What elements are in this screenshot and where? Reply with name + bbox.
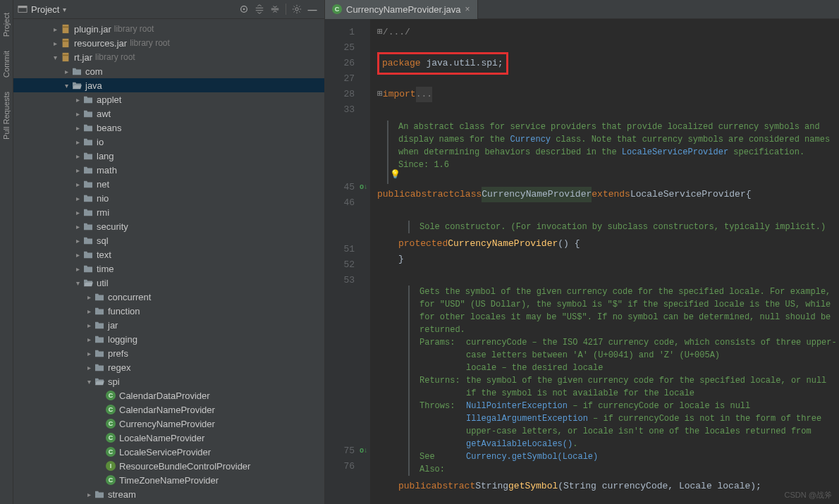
project-tree[interactable]: ▸plugin.jarlibrary root▸resources.jarlib… bbox=[13, 19, 324, 504]
tree-arrow-icon[interactable]: ▸ bbox=[61, 68, 71, 75]
rail-project[interactable]: Project bbox=[2, 13, 11, 37]
tree-arrow-icon[interactable]: ▾ bbox=[61, 82, 71, 90]
tree-label: stream bbox=[108, 489, 136, 500]
doc-link-iae[interactable]: IllegalArgumentException bbox=[466, 414, 588, 424]
tree-suffix: library root bbox=[95, 52, 135, 62]
line-number bbox=[325, 428, 355, 443]
tree-arrow-icon[interactable]: ▸ bbox=[84, 491, 94, 498]
doc-link-getsymbol[interactable]: Currency.getSymbol(Locale) bbox=[466, 450, 598, 476]
tree-label: TimeZoneNameProvider bbox=[119, 475, 219, 486]
tree-label: rt.jar bbox=[74, 52, 92, 63]
tree-item-resources-jar[interactable]: ▸resources.jarlibrary root bbox=[13, 36, 324, 50]
tree-item-jar[interactable]: ▸jar bbox=[13, 318, 324, 332]
tree-arrow-icon[interactable]: ▸ bbox=[73, 166, 82, 174]
tree-arrow-icon[interactable]: ▸ bbox=[84, 336, 94, 343]
tree-label: util bbox=[97, 278, 109, 288]
tree-arrow-icon[interactable]: ▸ bbox=[73, 96, 82, 104]
tree-item-beans[interactable]: ▸beans bbox=[13, 121, 324, 135]
line-number: 76 bbox=[325, 459, 355, 474]
tree-item-com[interactable]: ▸com bbox=[13, 64, 324, 78]
tree-item-calendarnameprovider[interactable]: CCalendarNameProvider bbox=[13, 402, 324, 417]
tree-item-applet[interactable]: ▸applet bbox=[13, 92, 324, 106]
line-number bbox=[325, 304, 355, 319]
panel-title[interactable]: Project ▾ bbox=[18, 4, 66, 15]
tree-item-net[interactable]: ▸net bbox=[13, 177, 324, 191]
tree-item-java[interactable]: ▾java bbox=[13, 78, 324, 92]
rail-pr[interactable]: Pull Requests bbox=[2, 92, 11, 140]
doc-link-currency[interactable]: Currency bbox=[510, 135, 551, 145]
tree-item-lang[interactable]: ▸lang bbox=[13, 149, 324, 163]
panel-dropdown-icon[interactable]: ▾ bbox=[63, 6, 66, 13]
tree-item-stream[interactable]: ▸stream bbox=[13, 487, 324, 501]
doc-link-localeserviceprovider[interactable]: LocaleServiceProvider bbox=[622, 147, 728, 157]
tree-arrow-icon[interactable]: ▸ bbox=[84, 321, 94, 329]
tree-item-resourcebundlecontrolprovider[interactable]: IResourceBundleControlProvider bbox=[13, 459, 324, 473]
code-content[interactable]: ⊞/.../ package java.util.spi; ⊞import ..… bbox=[370, 19, 839, 504]
tree-arrow-icon[interactable]: ▸ bbox=[73, 152, 82, 160]
tree-item-calendardataprovider[interactable]: CCalendarDataProvider bbox=[13, 388, 324, 402]
locate-icon[interactable] bbox=[236, 1, 252, 17]
tree-item-spi[interactable]: ▾spi bbox=[13, 374, 324, 388]
tree-arrow-icon[interactable]: ▸ bbox=[84, 293, 94, 301]
tree-item-security[interactable]: ▸security bbox=[13, 219, 324, 233]
tree-arrow-icon[interactable]: ▸ bbox=[50, 25, 60, 33]
tree-item-awt[interactable]: ▸awt bbox=[13, 106, 324, 121]
tab-currencynameprovider[interactable]: C CurrencyNameProvider.java × bbox=[325, 0, 478, 19]
bulb-icon[interactable]: 💡 bbox=[390, 168, 839, 181]
tree-item-io[interactable]: ▸io bbox=[13, 135, 324, 149]
tree-item-sql[interactable]: ▸sql bbox=[13, 233, 324, 247]
tree-arrow-icon[interactable]: ▸ bbox=[73, 110, 82, 118]
tree-item-timezonenameprovider[interactable]: CTimeZoneNameProvider bbox=[13, 473, 324, 487]
tree-arrow-icon[interactable]: ▸ bbox=[84, 350, 94, 357]
tree-item-function[interactable]: ▸function bbox=[13, 304, 324, 318]
tree-item-rmi[interactable]: ▸rmi bbox=[13, 205, 324, 219]
tree-item-plugin-jar[interactable]: ▸plugin.jarlibrary root bbox=[13, 22, 324, 36]
tree-item-logging[interactable]: ▸logging bbox=[13, 332, 324, 346]
override-marker-icon[interactable]: o↓ bbox=[357, 443, 370, 459]
tree-item-math[interactable]: ▸math bbox=[13, 163, 324, 177]
tree-item-time[interactable]: ▸time bbox=[13, 262, 324, 276]
tree-arrow-icon[interactable]: ▸ bbox=[50, 39, 60, 47]
tree-arrow-icon[interactable]: ▸ bbox=[73, 124, 82, 132]
doc-link-npe[interactable]: NullPointerException bbox=[466, 401, 568, 411]
close-icon[interactable]: × bbox=[465, 4, 470, 14]
highlighted-package: package java.util.spi; bbox=[377, 52, 508, 75]
tree-item-concurrent[interactable]: ▸concurrent bbox=[13, 290, 324, 304]
folded-comment[interactable]: /.../ bbox=[383, 25, 410, 40]
svg-rect-8 bbox=[63, 41, 69, 42]
override-marker-icon[interactable]: o↓ bbox=[357, 180, 370, 195]
tree-arrow-icon[interactable]: ▸ bbox=[73, 195, 82, 202]
tree-arrow-icon[interactable]: ▸ bbox=[73, 209, 82, 216]
tree-arrow-icon[interactable]: ▸ bbox=[73, 138, 82, 146]
editor-area: C CurrencyNameProvider.java × 1252627283… bbox=[325, 0, 839, 504]
rail-commit[interactable]: Commit bbox=[2, 51, 11, 78]
tree-label: spi bbox=[108, 376, 120, 387]
doc-link-getavailablelocales[interactable]: getAvailableLocales() bbox=[466, 439, 572, 449]
watermark: CSDN @战斧 bbox=[785, 490, 832, 500]
tree-item-currencynameprovider[interactable]: CCurrencyNameProvider bbox=[13, 417, 324, 431]
settings-icon[interactable] bbox=[289, 1, 305, 17]
tree-label: text bbox=[97, 250, 111, 260]
tree-item-prefs[interactable]: ▸prefs bbox=[13, 346, 324, 360]
tree-item-text[interactable]: ▸text bbox=[13, 247, 324, 262]
tree-arrow-icon[interactable]: ▸ bbox=[73, 251, 82, 259]
expand-all-icon[interactable] bbox=[252, 1, 267, 17]
tree-item-localeserviceprovider[interactable]: CLocaleServiceProvider bbox=[13, 445, 324, 459]
tree-item-regex[interactable]: ▸regex bbox=[13, 360, 324, 374]
tree-item-localenameprovider[interactable]: CLocaleNameProvider bbox=[13, 431, 324, 445]
tree-arrow-icon[interactable]: ▾ bbox=[50, 54, 60, 61]
tree-arrow-icon[interactable]: ▾ bbox=[73, 279, 82, 287]
tree-arrow-icon[interactable]: ▸ bbox=[84, 307, 94, 315]
tree-item-rt-jar[interactable]: ▾rt.jarlibrary root bbox=[13, 50, 324, 64]
tree-item-util[interactable]: ▾util bbox=[13, 276, 324, 290]
tree-item-nio[interactable]: ▸nio bbox=[13, 191, 324, 205]
tree-arrow-icon[interactable]: ▸ bbox=[73, 237, 82, 245]
tree-arrow-icon[interactable]: ▸ bbox=[84, 364, 94, 371]
tree-arrow-icon[interactable]: ▸ bbox=[73, 265, 82, 273]
tree-arrow-icon[interactable]: ▸ bbox=[73, 180, 82, 188]
code-area[interactable]: 1252627283345465152537576 o↓o↓ ⊞/.../ pa… bbox=[325, 19, 839, 504]
tree-arrow-icon[interactable]: ▾ bbox=[84, 378, 94, 386]
tree-arrow-icon[interactable]: ▸ bbox=[73, 223, 82, 231]
collapse-all-icon[interactable] bbox=[267, 1, 283, 17]
hide-icon[interactable]: — bbox=[305, 1, 320, 17]
